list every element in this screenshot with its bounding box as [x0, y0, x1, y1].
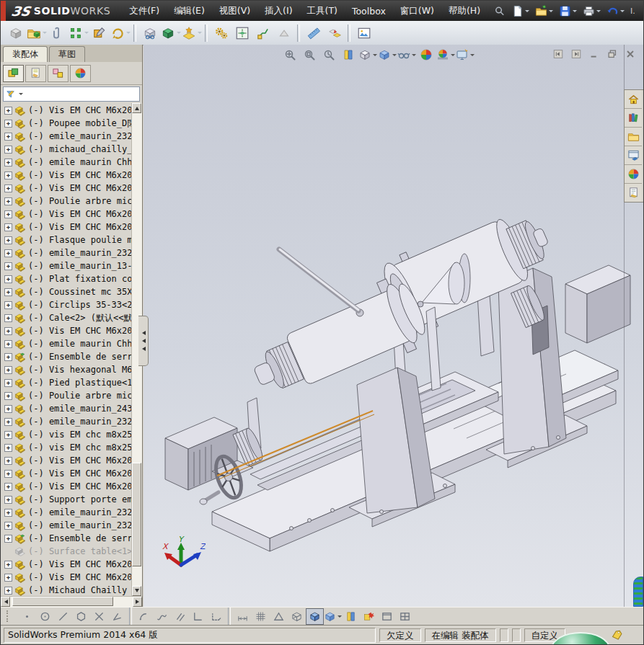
tree-filter-input[interactable]: [3, 86, 140, 102]
tree-item[interactable]: (-) emile_maurin_13-043: [1, 259, 132, 272]
file-explorer-tab[interactable]: [625, 128, 642, 146]
tab-assembly[interactable]: 装配体: [3, 46, 48, 62]
collision-button[interactable]: [360, 608, 378, 625]
solidworks-resources-tab[interactable]: [625, 90, 642, 109]
expand-icon[interactable]: [4, 210, 12, 218]
dropdown-caret[interactable]: [126, 32, 131, 36]
view-settings-button[interactable]: [456, 47, 474, 63]
expand-icon[interactable]: [4, 353, 12, 361]
graphics-viewport[interactable]: X Y Z: [144, 45, 643, 607]
menu-item[interactable]: Toolbox: [345, 3, 393, 19]
expand-icon[interactable]: [4, 262, 12, 270]
menu-item[interactable]: 视图(V): [212, 2, 257, 20]
expand-icon[interactable]: [4, 392, 12, 400]
tree-item[interactable]: (-) emile_maurin_243006: [1, 402, 132, 415]
dropdown-caret[interactable]: [470, 54, 475, 58]
sketch-perpendicular-button[interactable]: [189, 608, 207, 625]
tree-item[interactable]: (-) Circlips 35-33<2> (: [1, 298, 132, 311]
preview-window-button[interactable]: [353, 22, 374, 43]
expand-icon[interactable]: [4, 172, 12, 179]
expand-icon[interactable]: [4, 146, 12, 154]
configurationmanager-tab[interactable]: [48, 65, 69, 82]
tree-item[interactable]: (-) Vis EM CHC M6x20<14: [1, 104, 132, 117]
scroll-up-button[interactable]: [132, 103, 141, 113]
tree-item[interactable]: (-) Vis EM CHC M6x20<24: [1, 571, 132, 584]
expand-icon[interactable]: [4, 301, 12, 309]
tree-item[interactable]: (-) Poupee mobile_D閉a: [1, 117, 132, 130]
expand-icon[interactable]: [4, 457, 12, 465]
expand-icon[interactable]: [4, 418, 12, 426]
expand-icon[interactable]: [4, 120, 12, 128]
pane-collapse-left-button[interactable]: [551, 48, 565, 60]
hide-show-items-button[interactable]: [397, 47, 415, 63]
expand-icon[interactable]: [4, 288, 12, 296]
expand-icon[interactable]: [4, 366, 12, 374]
measure-button[interactable]: [303, 22, 324, 43]
dropdown-caret[interactable]: [549, 10, 553, 14]
edit-appearance-button[interactable]: [417, 47, 435, 63]
tree-item[interactable]: (-) Poulie arbre michau: [1, 389, 132, 402]
open-button[interactable]: [532, 4, 556, 19]
tree-item[interactable]: (-) vis EM chc m8x25<5>: [1, 441, 132, 454]
tree-item[interactable]: (-) Coussinet mc 35X35_: [1, 285, 132, 298]
tree-item[interactable]: (-) emile_maurin_232006: [1, 415, 132, 428]
tree-item[interactable]: (-) Vis EM CHC M6x20<15: [1, 169, 132, 182]
motion-study-button[interactable]: [211, 22, 231, 43]
scroll-left-button[interactable]: [1, 597, 10, 607]
expand-icon[interactable]: [4, 470, 12, 478]
insert-component-button[interactable]: [5, 22, 26, 43]
expand-icon[interactable]: [4, 522, 12, 530]
instant3d-button[interactable]: [273, 22, 294, 43]
sketch-parallel-button[interactable]: [171, 608, 189, 625]
dropdown-caret[interactable]: [573, 10, 577, 14]
grid-button[interactable]: [252, 608, 270, 625]
appearances-tab[interactable]: [625, 165, 642, 184]
dropdown-caret[interactable]: [620, 10, 625, 14]
expand-icon[interactable]: [4, 327, 12, 335]
save-button[interactable]: [556, 4, 580, 19]
tree-item[interactable]: (-) Vis EM CHC M6x20<22: [1, 480, 132, 493]
expand-icon[interactable]: [4, 275, 12, 283]
expand-icon[interactable]: [4, 535, 12, 543]
menu-item[interactable]: 工具(T): [300, 2, 345, 20]
tree-item[interactable]: (-) Ensemble de serrage: [1, 350, 132, 363]
help-button[interactable]: ?: [638, 4, 644, 19]
show-hidden-components-button[interactable]: [139, 22, 160, 43]
draft-angle-button[interactable]: [270, 608, 288, 625]
expand-icon[interactable]: [4, 405, 12, 413]
shaded-with-edges-button[interactable]: [306, 608, 324, 625]
tree-item[interactable]: (-) Michaud Chailly B91: [1, 584, 132, 596]
wireframe-button[interactable]: [288, 608, 306, 625]
dropdown-caret[interactable]: [84, 32, 89, 36]
tree-item[interactable]: (-) Vis EM CHC M6x20<19: [1, 324, 132, 337]
print-button[interactable]: [580, 4, 604, 19]
expand-icon[interactable]: [4, 561, 12, 569]
expand-icon[interactable]: [4, 184, 12, 192]
menu-item[interactable]: 插入(I): [257, 2, 299, 20]
expand-icon[interactable]: [4, 236, 12, 244]
move-component-button[interactable]: [110, 22, 131, 43]
view-palette-tab[interactable]: [625, 146, 642, 165]
tag-icon[interactable]: [610, 628, 623, 641]
expand-icon[interactable]: [4, 133, 12, 141]
undo-button[interactable]: [604, 4, 627, 19]
sketch-spline-button[interactable]: [153, 608, 171, 625]
featuremanager-tab[interactable]: [3, 65, 24, 82]
tree-item[interactable]: (-) emile_maurin_232006: [1, 246, 132, 259]
tree-item[interactable]: (-) michaud_chailly_B4-: [1, 143, 132, 156]
section-view-button[interactable]: [339, 47, 357, 63]
insert-from-file-button[interactable]: [26, 22, 47, 43]
propertymanager-tab[interactable]: [25, 65, 46, 82]
tree-item[interactable]: (-) Vis EM CHC M6x20<23: [1, 558, 132, 571]
menu-item[interactable]: 窗口(W): [393, 2, 441, 20]
tree-item[interactable]: (-) Cale<2> (默认<<默认: [1, 311, 132, 324]
expand-icon[interactable]: [4, 159, 12, 166]
expand-icon[interactable]: [4, 314, 12, 322]
tree-item[interactable]: (-) Vis EM CHC M6x20<21: [1, 467, 132, 480]
sketch-angle-button[interactable]: [108, 608, 126, 625]
dimension-button[interactable]: [234, 608, 252, 625]
dropdown-caret[interactable]: [525, 10, 529, 14]
expand-icon[interactable]: [4, 574, 12, 582]
dropdown-caret[interactable]: [198, 32, 202, 36]
expand-icon[interactable]: [4, 379, 12, 387]
